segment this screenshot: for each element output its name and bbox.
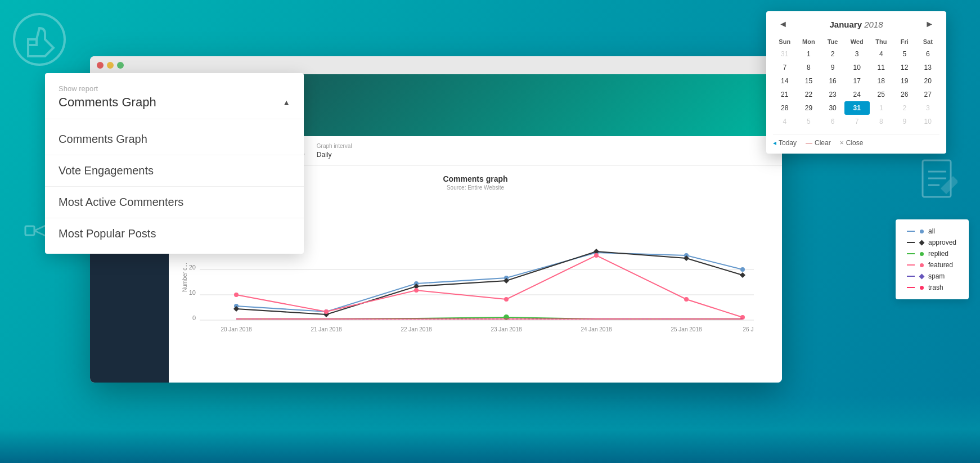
legend-item-featured: featured bbox=[907, 261, 957, 269]
legend-line-featured bbox=[907, 264, 915, 266]
calendar-day[interactable]: 7 bbox=[773, 61, 796, 74]
calendar-day[interactable]: 13 bbox=[916, 61, 939, 74]
calendar-grid: Sun Mon Tue Wed Thu Fri Sat 311234567891… bbox=[773, 36, 939, 128]
legend-dot-spam bbox=[919, 273, 925, 279]
legend-item-all: all bbox=[907, 227, 957, 235]
svg-text:22 Jan 2018: 22 Jan 2018 bbox=[401, 326, 431, 332]
calendar-day[interactable]: 8 bbox=[870, 115, 893, 128]
clear-label: Clear bbox=[815, 139, 831, 147]
dropdown-options: Comments Graph Vote Engagements Most Act… bbox=[45, 119, 304, 254]
wave-decoration bbox=[0, 395, 980, 463]
legend-dot-all bbox=[920, 230, 924, 233]
calendar-day[interactable]: 28 bbox=[773, 101, 796, 115]
calendar-day[interactable]: 5 bbox=[796, 115, 821, 128]
calendar-day[interactable]: 27 bbox=[916, 88, 939, 101]
calendar-day[interactable]: 29 bbox=[796, 101, 821, 115]
legend-label-trash: trash bbox=[928, 284, 943, 291]
calendar-day[interactable]: 3 bbox=[916, 101, 939, 115]
dot-yellow bbox=[107, 62, 114, 69]
calendar-header: ◄ January 2018 ► bbox=[773, 18, 939, 30]
close-label: Close bbox=[846, 139, 864, 147]
svg-point-48 bbox=[594, 253, 599, 258]
dropdown-option-most-popular[interactable]: Most Popular Posts bbox=[45, 218, 304, 249]
cal-header-sat: Sat bbox=[916, 36, 939, 47]
calendar-day[interactable]: 18 bbox=[870, 74, 893, 88]
dropdown-menu[interactable]: Show report Comments Graph ▲ Comments Gr… bbox=[45, 73, 304, 254]
svg-text:21 Jan 2018: 21 Jan 2018 bbox=[311, 326, 341, 332]
document-icon bbox=[918, 158, 957, 208]
legend-item-trash: trash bbox=[907, 284, 957, 291]
calendar-day[interactable]: 26 bbox=[893, 88, 916, 101]
calendar-day[interactable]: 4 bbox=[773, 115, 796, 128]
calendar-day[interactable]: 6 bbox=[821, 115, 844, 128]
svg-point-44 bbox=[234, 293, 239, 297]
dropdown-option-comments-graph[interactable]: Comments Graph bbox=[45, 124, 304, 155]
graph-interval-text: Daily bbox=[317, 151, 352, 159]
graph-interval-group: Graph interval Daily bbox=[317, 143, 352, 159]
svg-text:24 Jan 2018: 24 Jan 2018 bbox=[581, 326, 612, 332]
today-label: Today bbox=[779, 139, 797, 147]
calendar-day[interactable]: 12 bbox=[893, 61, 916, 74]
svg-text:20: 20 bbox=[189, 264, 196, 271]
svg-point-49 bbox=[684, 297, 689, 302]
calendar-day[interactable]: 4 bbox=[870, 47, 893, 61]
calendar-footer: ◂ Today — Clear × Close bbox=[773, 134, 939, 147]
calendar-day[interactable]: 1 bbox=[796, 47, 821, 61]
svg-text:20 Jan 2018: 20 Jan 2018 bbox=[221, 326, 251, 332]
cal-header-tue: Tue bbox=[821, 36, 844, 47]
calendar-day[interactable]: 10 bbox=[844, 61, 870, 74]
calendar-day[interactable]: 2 bbox=[821, 47, 844, 61]
dropdown-selected[interactable]: Comments Graph ▲ bbox=[59, 95, 290, 110]
calendar-day[interactable]: 24 bbox=[844, 88, 870, 101]
calendar-prev[interactable]: ◄ bbox=[775, 18, 791, 30]
calendar-today-btn[interactable]: ◂ Today bbox=[773, 139, 797, 147]
calendar-day[interactable]: 30 bbox=[821, 101, 844, 115]
svg-text:10: 10 bbox=[189, 289, 196, 296]
calendar-day[interactable]: 1 bbox=[870, 101, 893, 115]
calendar-day[interactable]: 5 bbox=[893, 47, 916, 61]
graph-interval-label: Graph interval bbox=[317, 143, 352, 149]
dropdown-option-vote-engagements[interactable]: Vote Engagements bbox=[45, 155, 304, 187]
svg-text:Date: Date bbox=[471, 336, 484, 337]
svg-point-0 bbox=[14, 14, 65, 65]
calendar-next[interactable]: ► bbox=[921, 18, 937, 30]
calendar-close-btn[interactable]: × Close bbox=[840, 139, 864, 147]
calendar-day[interactable]: 2 bbox=[893, 101, 916, 115]
calendar-day[interactable]: 15 bbox=[796, 74, 821, 88]
clear-dot: — bbox=[806, 139, 812, 147]
svg-point-45 bbox=[324, 309, 329, 314]
legend-item-approved: approved bbox=[907, 239, 957, 246]
legend-label-replied: replied bbox=[928, 250, 948, 258]
calendar-day[interactable]: 22 bbox=[796, 88, 821, 101]
calendar-day[interactable]: 8 bbox=[796, 61, 821, 74]
close-x: × bbox=[840, 139, 844, 147]
svg-point-47 bbox=[504, 297, 509, 302]
calendar-day[interactable]: 3 bbox=[844, 47, 870, 61]
calendar-year: 2018 bbox=[864, 20, 883, 29]
calendar-day[interactable]: 11 bbox=[870, 61, 893, 74]
legend-dot-approved bbox=[919, 240, 925, 245]
dropdown-header: Show report Comments Graph ▲ bbox=[45, 73, 304, 119]
calendar-day[interactable]: 23 bbox=[821, 88, 844, 101]
calendar-day[interactable]: 6 bbox=[916, 47, 939, 61]
calendar-day[interactable]: 25 bbox=[870, 88, 893, 101]
legend-widget: all approved replied featured spam trash bbox=[896, 219, 969, 299]
calendar-day[interactable]: 9 bbox=[821, 61, 844, 74]
calendar-day[interactable]: 17 bbox=[844, 74, 870, 88]
legend-line-replied bbox=[907, 253, 915, 254]
show-report-label: Show report bbox=[59, 84, 290, 93]
calendar-day[interactable]: 16 bbox=[821, 74, 844, 88]
calendar-day[interactable]: 9 bbox=[893, 115, 916, 128]
calendar-day[interactable]: 31 bbox=[773, 47, 796, 61]
svg-text:25 Jan 2018: 25 Jan 2018 bbox=[671, 326, 702, 332]
svg-marker-13 bbox=[942, 177, 957, 193]
calendar-day[interactable]: 14 bbox=[773, 74, 796, 88]
calendar-clear-btn[interactable]: — Clear bbox=[806, 139, 831, 147]
calendar-day[interactable]: 31 bbox=[844, 101, 870, 115]
calendar-day[interactable]: 10 bbox=[916, 115, 939, 128]
calendar-day[interactable]: 20 bbox=[916, 74, 939, 88]
calendar-day[interactable]: 21 bbox=[773, 88, 796, 101]
calendar-day[interactable]: 19 bbox=[893, 74, 916, 88]
dropdown-option-most-active[interactable]: Most Active Commenters bbox=[45, 187, 304, 218]
calendar-day[interactable]: 7 bbox=[844, 115, 870, 128]
